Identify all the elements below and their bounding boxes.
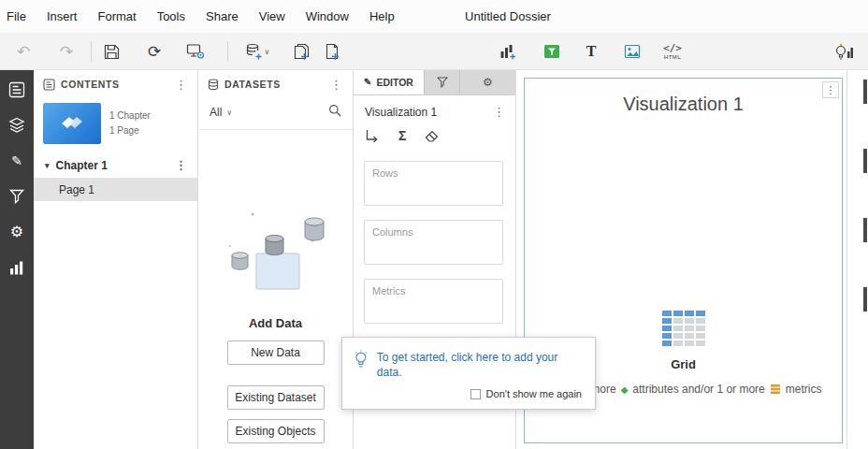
editor-tools-row: Σ [354, 123, 515, 151]
chapter-label: Chapter 1 [56, 159, 108, 172]
right-edge-mark [863, 80, 867, 104]
columns-dropzone[interactable]: Columns [364, 220, 503, 265]
redo-icon[interactable]: ↷ [52, 38, 80, 65]
app-window: File Insert Format Tools Share View Wind… [0, 0, 868, 449]
menu-view[interactable]: View [249, 9, 296, 23]
datasets-panel: DATASETS ⋮ All ∨ Add Data New Data Exist… [198, 70, 354, 449]
filter-panel-icon[interactable] [0, 179, 34, 214]
datasets-panel-header: DATASETS ⋮ [198, 70, 353, 98]
right-edge-mark [863, 149, 867, 173]
gear-icon: ⚙ [483, 77, 493, 88]
editor-visualization-row: Visualization 1 ⋮ [354, 95, 515, 123]
existing-dataset-button[interactable]: Existing Dataset [227, 385, 325, 410]
hint-text-2: attributes and/or 1 or more [632, 383, 764, 396]
menu-insert[interactable]: Insert [36, 9, 88, 23]
editor-tab-label: EDITOR [376, 77, 412, 88]
contents-panel-title: CONTENTS [61, 79, 120, 90]
contents-kebab-icon[interactable]: ⋮ [172, 78, 190, 92]
metrics-dropzone-label: Metrics [365, 280, 502, 302]
insert-html-icon[interactable]: </> HTML [658, 38, 687, 65]
bulb-icon [354, 350, 369, 369]
get-started-link[interactable]: To get started, click here to add your d… [377, 350, 584, 380]
dataset-search-icon[interactable] [328, 104, 341, 121]
save-icon[interactable] [97, 38, 125, 65]
menu-window[interactable]: Window [296, 9, 359, 23]
chapter-item[interactable]: ▾ Chapter 1 ⋮ [34, 149, 197, 178]
dataset-filter-dropdown[interactable]: All [210, 106, 222, 119]
insert-filter-icon[interactable] [538, 38, 566, 65]
datasets-empty-illustration [215, 209, 337, 298]
editor-visualization-kebab-icon[interactable]: ⋮ [490, 105, 508, 119]
insert-image-icon[interactable] [618, 38, 646, 65]
menu-format[interactable]: Format [87, 9, 146, 23]
toolbar-separator [227, 41, 228, 62]
new-data-button[interactable]: New Data [227, 340, 325, 365]
settings-panel-icon[interactable]: ⚙ [0, 214, 34, 250]
contents-header-icon [43, 79, 55, 91]
dossier-thumbnail[interactable] [43, 103, 101, 144]
metrics-dropzone[interactable]: Metrics [364, 279, 503, 324]
tab-format[interactable]: ⚙ [460, 70, 515, 94]
contents-panel-header: CONTENTS ⋮ [34, 70, 197, 98]
toolbar: ↶ ↷ ⟳ ∨ T </> [0, 33, 868, 70]
present-icon[interactable] [181, 38, 210, 65]
right-edge-strip [846, 70, 868, 449]
insert-visualization-icon[interactable] [494, 38, 522, 65]
columns-dropzone-label: Columns [365, 221, 502, 243]
add-data-title: Add Data [198, 316, 353, 330]
pencil-icon: ✎ [364, 78, 371, 87]
new-page-icon[interactable] [318, 38, 346, 65]
menu-share[interactable]: Share [195, 9, 249, 23]
chapter-kebab-icon[interactable]: ⋮ [172, 158, 190, 172]
get-started-tooltip: To get started, click here to add your d… [341, 337, 596, 410]
dossier-thumbnail-row: 1 Chapter 1 Page [34, 98, 197, 149]
right-edge-mark [863, 287, 867, 311]
rows-dropzone-label: Rows [365, 162, 502, 184]
visualizations-panel-icon[interactable] [0, 250, 34, 285]
dossier-thumbnail-glyph [60, 115, 84, 132]
dont-show-again-label: Don't show me again [486, 388, 582, 399]
toolbar-separator [91, 41, 92, 62]
chevron-down-icon: ∨ [226, 109, 232, 117]
hint-text-3: metrics [786, 383, 822, 396]
canvas-visualization-title: Visualization 1 [525, 94, 842, 115]
add-data-icon[interactable]: ∨ [236, 38, 279, 65]
rows-dropzone[interactable]: Rows [364, 161, 503, 206]
dataset-filter-row: All ∨ [198, 98, 353, 130]
datasets-header-icon [208, 79, 219, 91]
metric-icon [770, 384, 781, 395]
attribute-diamond-icon: ◆ [621, 384, 629, 395]
sigma-icon[interactable]: Σ [398, 128, 406, 143]
datasets-kebab-icon[interactable]: ⋮ [327, 78, 345, 92]
existing-objects-button[interactable]: Existing Objects [227, 419, 325, 443]
undo-icon[interactable]: ↶ [9, 38, 37, 65]
refresh-icon[interactable]: ⟳ [140, 38, 168, 65]
grid-icon [662, 311, 705, 346]
datasets-panel-title: DATASETS [224, 79, 281, 90]
tab-editor[interactable]: ✎ EDITOR [354, 70, 425, 94]
insert-text-icon[interactable]: T [577, 38, 605, 65]
left-icon-rail: ✎ ⚙ [0, 70, 34, 449]
menu-file[interactable]: File [0, 9, 36, 23]
chapter-count: 1 Chapter [109, 109, 151, 123]
canvas-kebab-icon[interactable]: ⋮ [822, 81, 839, 98]
contents-panel-icon[interactable] [0, 72, 34, 108]
tooltip-body: To get started, click here to add your d… [342, 338, 595, 384]
pivot-icon[interactable] [365, 129, 380, 143]
page-item-selected[interactable]: Page 1 [34, 178, 197, 201]
new-chapter-icon[interactable] [288, 38, 316, 65]
menu-help[interactable]: Help [359, 9, 405, 23]
format-panel-icon[interactable]: ✎ [0, 143, 34, 179]
chapter-expander-icon[interactable]: ▾ [45, 161, 50, 170]
eraser-icon[interactable] [425, 129, 440, 142]
menu-tools[interactable]: Tools [147, 9, 195, 23]
page-count: 1 Page [109, 123, 151, 138]
grid-label: Grid [671, 357, 696, 371]
dont-show-again-checkbox[interactable] [470, 389, 481, 399]
tab-filter[interactable] [425, 70, 460, 94]
funnel-icon [437, 77, 448, 88]
insights-icon[interactable] [829, 38, 857, 65]
datasets-panel-icon[interactable] [0, 108, 34, 143]
editor-tabs: ✎ EDITOR ⚙ [354, 70, 515, 95]
editor-visualization-title: Visualization 1 [365, 106, 437, 119]
